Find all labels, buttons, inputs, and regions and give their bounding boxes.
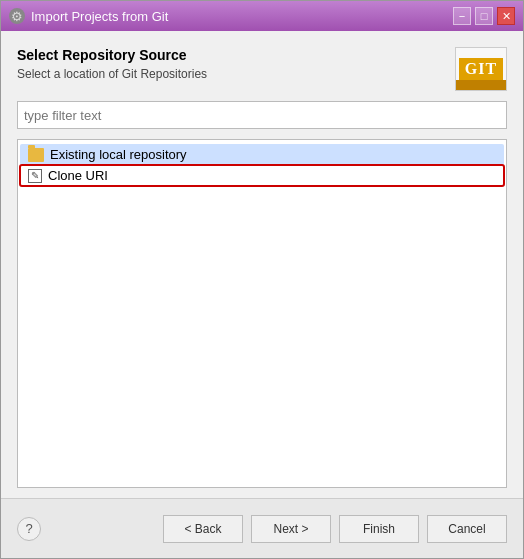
- close-button[interactable]: ✕: [497, 7, 515, 25]
- filter-input[interactable]: [17, 101, 507, 129]
- list-item-clone-uri[interactable]: ✎ Clone URI: [20, 165, 504, 186]
- window-title: Import Projects from Git: [31, 9, 168, 24]
- next-button[interactable]: Next >: [251, 515, 331, 543]
- header-text: Select Repository Source Select a locati…: [17, 47, 207, 81]
- maximize-button[interactable]: □: [475, 7, 493, 25]
- clone-uri-label: Clone URI: [48, 168, 108, 183]
- minimize-button[interactable]: −: [453, 7, 471, 25]
- list-item-existing-local[interactable]: Existing local repository: [20, 144, 504, 165]
- clone-icon: ✎: [28, 169, 42, 183]
- title-bar: ⚙ Import Projects from Git − □ ✕: [1, 1, 523, 31]
- page-subtitle: Select a location of Git Repositories: [17, 67, 207, 81]
- title-bar-left: ⚙ Import Projects from Git: [9, 8, 168, 24]
- back-button[interactable]: < Back: [163, 515, 243, 543]
- cancel-button[interactable]: Cancel: [427, 515, 507, 543]
- existing-local-label: Existing local repository: [50, 147, 187, 162]
- help-button[interactable]: ?: [17, 517, 41, 541]
- content-area: Select Repository Source Select a locati…: [1, 31, 523, 488]
- footer-left: ?: [17, 517, 41, 541]
- page-title: Select Repository Source: [17, 47, 207, 63]
- main-window: ⚙ Import Projects from Git − □ ✕ Select …: [0, 0, 524, 559]
- title-controls: − □ ✕: [453, 7, 515, 25]
- git-logo-bar: [456, 80, 506, 90]
- window-icon: ⚙: [9, 8, 25, 24]
- help-icon: ?: [25, 521, 32, 536]
- header-section: Select Repository Source Select a locati…: [17, 47, 507, 91]
- footer: ? < Back Next > Finish Cancel: [1, 498, 523, 558]
- finish-button[interactable]: Finish: [339, 515, 419, 543]
- git-logo-text: GIT: [459, 58, 503, 80]
- repository-list: Existing local repository ✎ Clone URI: [17, 139, 507, 488]
- git-logo: GIT: [455, 47, 507, 91]
- folder-icon: [28, 148, 44, 162]
- footer-buttons: < Back Next > Finish Cancel: [163, 515, 507, 543]
